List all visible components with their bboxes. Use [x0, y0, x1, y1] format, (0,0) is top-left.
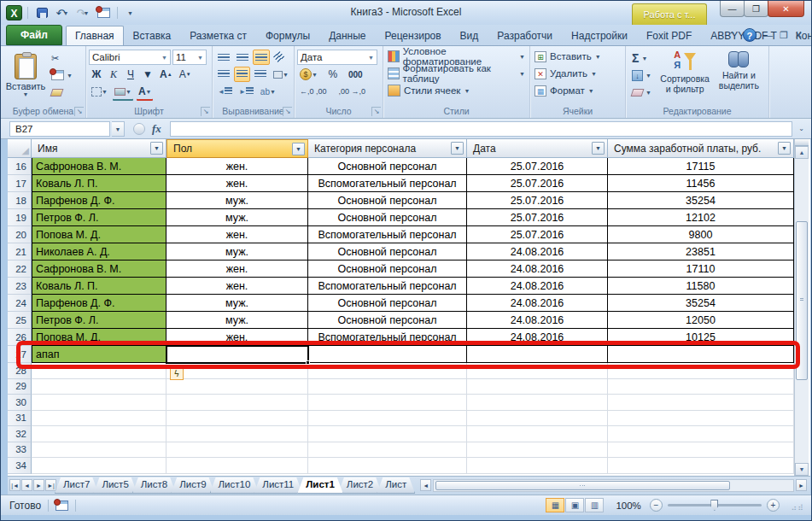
- cell-category[interactable]: Основной персонал: [308, 243, 467, 260]
- row-header[interactable]: 18: [8, 192, 32, 209]
- empty-cell[interactable]: [308, 426, 467, 442]
- cell-name[interactable]: Парфенов Д. Ф.: [32, 295, 166, 312]
- row-header[interactable]: 23: [8, 278, 32, 295]
- underline-dropdown-icon[interactable]: ▼: [140, 67, 155, 82]
- column-header-date[interactable]: Дата▼: [467, 139, 608, 158]
- empty-cell[interactable]: [166, 395, 308, 411]
- hscroll-right-icon[interactable]: ►: [796, 479, 807, 491]
- cell-name[interactable]: Парфенов Д. Ф.: [32, 192, 166, 209]
- cell-category[interactable]: Основной персонал: [308, 295, 467, 312]
- cell-gender[interactable]: жен.: [166, 175, 308, 192]
- decrease-indent-button[interactable]: ◄: [215, 84, 235, 99]
- cell-name[interactable]: Попова М. Д.: [32, 226, 166, 243]
- wrap-text-button[interactable]: ab▼: [258, 84, 278, 99]
- empty-cell[interactable]: [166, 411, 308, 427]
- align-right-button[interactable]: [252, 67, 269, 82]
- sheet-tab-Лист2[interactable]: Лист2: [338, 477, 382, 494]
- expand-formula-bar-icon[interactable]: ⌄: [794, 125, 806, 132]
- prev-sheet-icon[interactable]: ◄: [21, 479, 32, 491]
- cell-date[interactable]: 24.08.2016: [467, 260, 608, 278]
- cell-date[interactable]: 24.08.2016: [467, 295, 608, 312]
- row-header[interactable]: 29: [8, 379, 32, 395]
- cell-date[interactable]: 24.08.2016: [467, 312, 608, 329]
- select-all-corner[interactable]: ◢: [8, 139, 32, 158]
- empty-cell[interactable]: [166, 426, 308, 442]
- delete-cells-button[interactable]: ✕Удалить▼: [533, 65, 622, 82]
- empty-cell[interactable]: [308, 442, 467, 459]
- next-sheet-icon[interactable]: ►: [33, 479, 44, 491]
- shrink-font-button[interactable]: А▼: [177, 67, 194, 82]
- normal-view-button[interactable]: ▦: [546, 498, 564, 512]
- find-select-button[interactable]: Найти и выделить: [712, 48, 766, 101]
- zoom-in-icon[interactable]: +: [767, 499, 780, 512]
- empty-cell[interactable]: [166, 379, 308, 395]
- filter-dropdown-icon[interactable]: ▼: [778, 142, 791, 155]
- insert-cells-button[interactable]: ⊞Вставить▼: [533, 48, 622, 65]
- cell-name[interactable]: Петров Ф. Л.: [32, 209, 166, 226]
- filter-dropdown-icon[interactable]: ▼: [150, 142, 163, 155]
- tab-Вставка[interactable]: Вставка: [124, 26, 181, 45]
- font-color-button[interactable]: А▼: [136, 84, 155, 99]
- autosum-button[interactable]: Σ▼: [628, 50, 658, 66]
- row-header[interactable]: 32: [8, 426, 32, 442]
- cell-name[interactable]: Сафронова В. М.: [32, 260, 166, 278]
- zoom-track[interactable]: [668, 504, 762, 506]
- row-header[interactable]: 31: [8, 411, 32, 427]
- cell-salary[interactable]: 17115: [608, 158, 794, 175]
- horizontal-scrollbar[interactable]: [433, 479, 794, 492]
- cell-gender[interactable]: муж.: [166, 192, 308, 209]
- row-header[interactable]: 30: [8, 395, 32, 411]
- conditional-formatting-button[interactable]: Условное форматирование▼: [386, 48, 527, 65]
- row-header[interactable]: 16: [8, 158, 32, 175]
- borders-button[interactable]: ▼: [89, 84, 110, 99]
- cell-date[interactable]: 25.07.2016: [467, 209, 608, 226]
- column-header-salary[interactable]: Сумма заработной платы, руб.▼: [608, 139, 794, 158]
- sheet-tab-Лист[interactable]: Лист: [377, 477, 415, 494]
- tab-Файл[interactable]: Файл: [6, 25, 62, 45]
- cell-salary[interactable]: 35254: [608, 295, 794, 312]
- sheet-tab-Лист7[interactable]: Лист7: [55, 477, 98, 494]
- horizontal-scrollbar-thumb[interactable]: [435, 481, 730, 490]
- tab-Вид[interactable]: Вид: [451, 26, 488, 45]
- merge-center-button[interactable]: ▼: [271, 67, 291, 82]
- filter-dropdown-icon[interactable]: ▼: [592, 142, 605, 155]
- name-box[interactable]: B27: [9, 121, 110, 137]
- formula-input[interactable]: [170, 121, 792, 137]
- empty-cell[interactable]: [467, 426, 608, 442]
- accounting-format-button[interactable]: $▼: [297, 67, 320, 82]
- macro-record-icon[interactable]: [55, 501, 68, 511]
- comma-style-button[interactable]: 000: [346, 67, 365, 82]
- cell-gender[interactable]: жен.: [166, 158, 308, 175]
- first-sheet-icon[interactable]: |◄: [9, 479, 20, 491]
- empty-cell[interactable]: [32, 379, 166, 395]
- row-header[interactable]: 24: [8, 295, 32, 312]
- workbook-restore-icon[interactable]: ❐: [780, 30, 788, 41]
- cell-category[interactable]: Вспомогательный персонал: [308, 175, 467, 192]
- empty-cell[interactable]: [166, 442, 308, 459]
- tab-Foxit PDF[interactable]: Foxit PDF: [637, 26, 701, 45]
- tab-Формулы[interactable]: Формулы: [256, 26, 319, 45]
- align-middle-button[interactable]: [234, 50, 251, 65]
- cell-category[interactable]: Основной персонал: [308, 260, 467, 278]
- decrease-decimal-button[interactable]: ,00 →,0: [336, 84, 369, 99]
- cell-salary[interactable]: 11580: [608, 278, 794, 295]
- sheet-tab-Лист1[interactable]: Лист1: [297, 477, 343, 494]
- alignment-dialog-launcher[interactable]: ↘: [283, 107, 292, 116]
- sheet-tab-Лист9[interactable]: Лист9: [171, 477, 214, 494]
- help-icon[interactable]: ?: [743, 28, 757, 42]
- empty-cell[interactable]: [467, 442, 608, 459]
- column-header-category[interactable]: Категория персонала▼: [308, 139, 467, 158]
- cell-styles-button[interactable]: Стили ячеек▼: [386, 82, 527, 99]
- cell-gender[interactable]: муж.: [166, 312, 308, 329]
- empty-cell[interactable]: [608, 395, 794, 411]
- tab-Главная[interactable]: Главная: [66, 26, 124, 45]
- name-box-dropdown-icon[interactable]: ▼: [112, 121, 125, 137]
- number-dialog-launcher[interactable]: ↘: [371, 107, 381, 116]
- sheet-tab-Лист8[interactable]: Лист8: [132, 477, 176, 494]
- insert-function-button[interactable]: fx: [150, 122, 168, 136]
- empty-cell[interactable]: [608, 458, 794, 474]
- cell-salary[interactable]: 17110: [608, 260, 794, 278]
- cell-gender[interactable]: жен.: [166, 226, 308, 243]
- empty-cell[interactable]: [166, 458, 308, 474]
- cell-name[interactable]: Сафронова В. М.: [32, 158, 166, 175]
